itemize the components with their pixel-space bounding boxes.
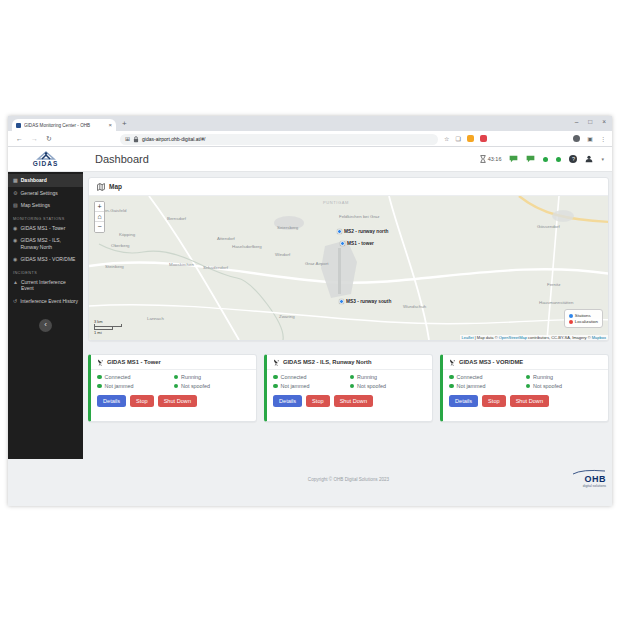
reload-button[interactable]: ↻ bbox=[46, 135, 52, 142]
sidebar-item-general-settings[interactable]: ⚙General Settings bbox=[8, 187, 83, 200]
status-dot-1[interactable] bbox=[543, 157, 548, 162]
status-running: Running bbox=[181, 374, 201, 380]
status-green-dot bbox=[526, 384, 531, 389]
sidebar-item-label: GIDAS MS2 - ILS, Runway North bbox=[20, 237, 78, 250]
tab-close-icon[interactable]: × bbox=[108, 122, 112, 128]
side-panel-icon[interactable]: ❏ bbox=[455, 136, 460, 142]
sidebar-item-label: Current Interference Event bbox=[21, 279, 78, 292]
back-button[interactable]: ← bbox=[16, 135, 23, 142]
url-text[interactable]: gidas-airport.ohb-digital.at/#/ bbox=[142, 136, 205, 142]
station-marker-dot[interactable] bbox=[337, 229, 342, 234]
map-place-label: Schadendorf bbox=[203, 265, 228, 270]
station-card-ms2: GIDAS MS2 - ILS, Runway North Connected … bbox=[264, 354, 433, 422]
status-jammed: Not jammed bbox=[457, 383, 486, 389]
page-title: Dashboard bbox=[95, 153, 149, 165]
sidebar-item-label: GIDAS MS3 - VOR/DME bbox=[20, 256, 75, 263]
map-station-marker[interactable]: MS3 - runway south bbox=[339, 299, 391, 304]
status-spoofed: Not spoofed bbox=[357, 383, 386, 389]
map-station-marker[interactable]: MS2 - runway north bbox=[337, 229, 389, 234]
shutdown-button[interactable]: Shut Down bbox=[334, 395, 373, 407]
map-station-marker[interactable]: MS1 - tower bbox=[340, 241, 374, 246]
status-green-dot bbox=[273, 384, 278, 389]
sidebar-item-dashboard[interactable]: ▦Dashboard bbox=[8, 174, 83, 187]
legend-stations-dot bbox=[569, 314, 573, 318]
status-dot-2[interactable] bbox=[556, 157, 561, 162]
station-marker-label: MS3 - runway south bbox=[346, 299, 391, 304]
message-status-icon-1[interactable] bbox=[509, 155, 518, 163]
history-icon: ↺ bbox=[13, 298, 17, 305]
status-green-dot bbox=[350, 384, 355, 389]
sidebar-item-current-interference-event[interactable]: ▲Current Interference Event bbox=[8, 276, 83, 295]
details-button[interactable]: Details bbox=[97, 395, 126, 407]
scale-mi-label: 1 mi bbox=[94, 330, 102, 335]
extension-icon-orange[interactable] bbox=[467, 135, 474, 142]
station-marker-label: MS1 - tower bbox=[347, 241, 374, 246]
zoom-in-button[interactable]: + bbox=[95, 202, 104, 212]
browser-tab-bar: GIDAS Monitoring Center - OHB × + – □ × bbox=[8, 116, 612, 131]
stop-button[interactable]: Stop bbox=[306, 395, 330, 407]
satellite-dish-icon bbox=[273, 359, 280, 366]
address-bar[interactable]: ⊞ gidas-airport.ohb-digital.at/#/ bbox=[120, 134, 438, 145]
legend-localization-dot bbox=[569, 320, 573, 324]
site-view-icon: ⊞ bbox=[125, 136, 130, 142]
window-close-button[interactable]: × bbox=[602, 118, 606, 125]
attribution-text: | Map data © bbox=[474, 335, 499, 340]
browser-window: GIDAS Monitoring Center - OHB × + – □ × … bbox=[8, 116, 612, 506]
map-place-label: Köpping bbox=[119, 232, 135, 237]
message-status-icon-2[interactable] bbox=[526, 155, 535, 163]
sidebar-item-ms3[interactable]: ◉GIDAS MS3 - VOR/DME bbox=[8, 253, 83, 266]
window-minimize-button[interactable]: – bbox=[575, 118, 579, 125]
bookmark-icon[interactable]: ☆ bbox=[444, 136, 449, 142]
station-marker-dot[interactable] bbox=[340, 241, 345, 246]
osm-link[interactable]: OpenStreetMap bbox=[499, 335, 527, 340]
user-icon[interactable] bbox=[585, 155, 593, 163]
extension-icon-red[interactable] bbox=[480, 135, 487, 142]
home-button[interactable]: ⌂ bbox=[95, 212, 104, 222]
station-card-title: GIDAS MS3 - VOR/DME bbox=[459, 359, 523, 365]
window-maximize-button[interactable]: □ bbox=[588, 118, 592, 125]
sidebar-collapse-button[interactable]: ‹ bbox=[39, 319, 52, 332]
details-button[interactable]: Details bbox=[449, 395, 478, 407]
map-legend: Stations Localization bbox=[564, 309, 603, 328]
user-menu-caret-icon[interactable]: ▾ bbox=[601, 156, 604, 162]
status-spoofed: Not spoofed bbox=[533, 383, 562, 389]
legend-localization-label: Localization bbox=[575, 319, 598, 324]
leaflet-link[interactable]: Leaflet bbox=[462, 335, 474, 340]
forward-button[interactable]: → bbox=[31, 135, 38, 142]
browser-extra-icon[interactable]: ▣ bbox=[587, 136, 593, 142]
sidebar-item-map-settings[interactable]: ▧Map Settings bbox=[8, 199, 83, 212]
sidebar-item-ms2[interactable]: ◉GIDAS MS2 - ILS, Runway North bbox=[8, 234, 83, 253]
app-body: ▦Dashboard ⚙General Settings ▧Map Settin… bbox=[8, 172, 612, 506]
help-icon[interactable]: ? bbox=[569, 155, 577, 163]
map[interactable]: Klein-GaisfeldBernsdorfKöppingOberbergAt… bbox=[89, 196, 608, 340]
map-place-label: Fernitz bbox=[547, 282, 560, 287]
sidebar-item-label: Map Settings bbox=[21, 202, 50, 209]
sidebar-section-incidents: INCIDENTS bbox=[8, 266, 83, 276]
details-button[interactable]: Details bbox=[273, 395, 302, 407]
status-green-dot bbox=[97, 375, 102, 380]
sidebar-item-interference-event-history[interactable]: ↺Interference Event History bbox=[8, 295, 83, 308]
station-marker-dot[interactable] bbox=[339, 299, 344, 304]
ohb-logo-subtext: digital solutions bbox=[572, 484, 606, 488]
status-running: Running bbox=[533, 374, 553, 380]
sidebar-item-label: Dashboard bbox=[21, 177, 47, 184]
mapbox-link[interactable]: Mapbox bbox=[592, 335, 606, 340]
station-cards-row: GIDAS MS1 - Tower Connected Running Not … bbox=[88, 354, 609, 422]
browser-tab[interactable]: GIDAS Monitoring Center - OHB × bbox=[12, 119, 116, 131]
browser-profile-avatar[interactable] bbox=[573, 135, 580, 142]
status-green-dot bbox=[174, 375, 179, 380]
zoom-out-button[interactable]: − bbox=[95, 222, 104, 232]
app-header: GIDAS Dashboard 43:16 ? ▾ bbox=[8, 147, 612, 172]
sidebar-item-ms1[interactable]: ◉GIDAS MS1 - Tower bbox=[8, 222, 83, 235]
stop-button[interactable]: Stop bbox=[482, 395, 506, 407]
antenna-icon: ◉ bbox=[13, 256, 17, 263]
map-scale-bar: 3 km 1 mi bbox=[94, 319, 122, 335]
stop-button[interactable]: Stop bbox=[130, 395, 154, 407]
browser-menu-kebab[interactable]: ⋮ bbox=[600, 136, 606, 142]
shutdown-button[interactable]: Shut Down bbox=[510, 395, 549, 407]
new-tab-button[interactable]: + bbox=[122, 120, 127, 128]
ohb-logo: OHB digital solutions bbox=[572, 469, 606, 488]
shutdown-button[interactable]: Shut Down bbox=[158, 395, 197, 407]
sidebar-item-label: General Settings bbox=[20, 190, 57, 197]
gidas-logo[interactable]: GIDAS bbox=[8, 151, 83, 167]
